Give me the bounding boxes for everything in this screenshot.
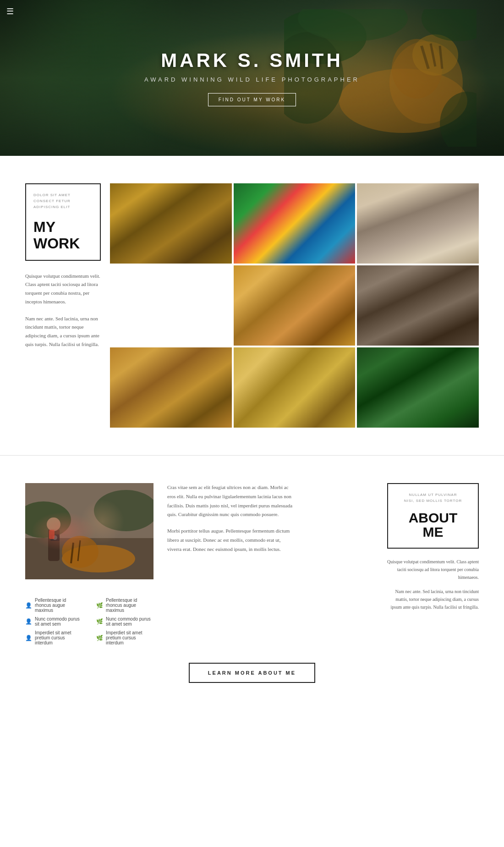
about-label-box: NULLAM UT PULVINARNISI, SED MOLLIS TORTO…	[387, 483, 479, 549]
learn-more-button[interactable]: LEARN MORE ABOUT ME	[189, 663, 315, 683]
about-list-right: Pellentesque id rhoncus augue maximus Nu…	[96, 598, 153, 649]
hamburger-menu[interactable]: ☰	[6, 6, 14, 16]
photo-lions[interactable]	[110, 347, 232, 428]
work-label-title: MY WORK	[33, 219, 93, 251]
work-section: DOLOR SIT AMETCONSECT FETURADIPISCING EL…	[0, 156, 504, 455]
about-list-item: Pellentesque id rhoncus augue maximus	[25, 598, 82, 613]
svg-point-14	[25, 501, 71, 538]
svg-line-19	[78, 540, 80, 561]
hero-section: ☰ MARK S. SMITH AWARD WINNING WILD LIFE …	[0, 0, 504, 156]
photo-lion-cub[interactable]	[234, 265, 356, 346]
svg-point-15	[94, 490, 153, 531]
photo-forest[interactable]	[357, 347, 479, 428]
about-photographer-image	[25, 483, 153, 579]
work-left-panel: DOLOR SIT AMETCONSECT FETURADIPISCING EL…	[25, 183, 110, 428]
work-label-box: DOLOR SIT AMETCONSECT FETURADIPISCING EL…	[25, 183, 101, 261]
work-desc-1: Quisque volutpat condimentum velit. Clas…	[25, 272, 101, 306]
about-col-left: Pellentesque id rhoncus augue maximus Nu…	[25, 483, 153, 649]
about-list-left: Pellentesque id rhoncus augue maximus Nu…	[25, 598, 82, 649]
about-list-item: Pellentesque id rhoncus augue maximus	[96, 598, 153, 613]
about-right-desc-1: Quisque volutpat condimentum velit. Clas…	[387, 558, 479, 581]
svg-rect-22	[50, 534, 60, 541]
work-label-subtitle: DOLOR SIT AMETCONSECT FETURADIPISCING EL…	[33, 192, 93, 210]
about-box-subtitle: NULLAM UT PULVINARNISI, SED MOLLIS TORTO…	[395, 492, 471, 504]
work-photo-grid	[110, 183, 479, 428]
photo-boar[interactable]	[357, 265, 479, 346]
about-row: Pellentesque id rhoncus augue maximus Nu…	[25, 483, 479, 649]
find-work-button[interactable]: FIND OUT MY WORK	[208, 93, 296, 106]
about-list-item: Imperdiet sit amet pretium cursus interd…	[25, 630, 82, 645]
svg-point-17	[62, 536, 99, 568]
about-lists-row: Pellentesque id rhoncus augue maximus Nu…	[25, 588, 153, 649]
work-inner: DOLOR SIT AMETCONSECT FETURADIPISCING EL…	[25, 183, 479, 428]
svg-point-23	[53, 535, 57, 540]
about-img-svg	[25, 483, 153, 579]
about-box-title: ABOUT ME	[395, 511, 471, 539]
work-desc-2: Nam nec ante. Sed lacinia, urna non tinc…	[25, 314, 101, 349]
svg-point-16	[62, 545, 135, 572]
hero-subtitle: AWARD WINNING WILD LIFE PHOTOGRAPHER	[144, 76, 360, 83]
svg-point-21	[47, 517, 60, 531]
about-right-desc-2: Nam nec ante. Sed lacinia, urna non tinc…	[387, 588, 479, 611]
svg-rect-20	[48, 529, 60, 561]
photo-giraffe[interactable]	[234, 347, 356, 428]
svg-rect-13	[25, 538, 153, 579]
svg-rect-24	[49, 530, 55, 539]
about-text-2: Morbi porttitor tellus augue. Pellentesq…	[167, 527, 296, 554]
about-list-item: Imperdiet sit amet pretium cursus interd…	[96, 630, 153, 645]
photo-wolf[interactable]	[110, 265, 232, 346]
about-col-right: NULLAM UT PULVINARNISI, SED MOLLIS TORTO…	[387, 483, 479, 617]
photo-parrot[interactable]	[234, 183, 356, 264]
hero-content: MARK S. SMITH AWARD WINNING WILD LIFE PH…	[144, 50, 360, 106]
about-list-item: Nunc commodo purus sit amet sem	[25, 616, 82, 627]
svg-line-18	[71, 543, 73, 563]
about-col-mid: Cras vitae sem ac elit feugiat ultrices …	[153, 483, 387, 554]
learn-btn-wrap: LEARN MORE ABOUT ME	[25, 649, 479, 692]
about-list-item: Nunc commodo purus sit amet sem	[96, 616, 153, 627]
svg-rect-12	[25, 483, 153, 579]
about-text-1: Cras vitae sem ac elit feugiat ultrices …	[167, 483, 296, 519]
about-section: Pellentesque id rhoncus augue maximus Nu…	[0, 456, 504, 720]
photo-monkey[interactable]	[110, 183, 232, 264]
photo-elephant[interactable]	[357, 183, 479, 264]
hero-name: MARK S. SMITH	[144, 50, 360, 72]
